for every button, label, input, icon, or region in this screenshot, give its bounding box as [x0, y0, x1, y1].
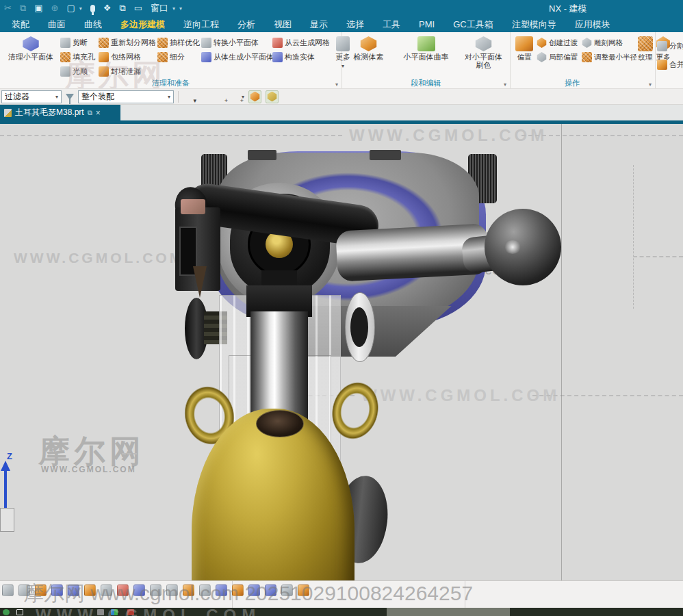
window-menu-dropdown-icon[interactable]: ▾ — [172, 5, 175, 12]
cmd-icon-16[interactable] — [248, 585, 260, 596]
cmd-icon-4[interactable] — [51, 585, 63, 596]
cmd-icon-14[interactable] — [216, 585, 227, 596]
axis-z-line[interactable] — [4, 470, 7, 508]
model-sight-pin[interactable] — [181, 199, 205, 214]
snip-button[interactable]: 剪断 — [60, 36, 99, 49]
minimize-ribbon-icon[interactable]: ▾ — [179, 5, 182, 12]
tab-pmi[interactable]: PMI — [418, 18, 435, 31]
add-icon[interactable]: ⊕ — [51, 0, 59, 16]
clear-filter-funnel-icon[interactable] — [66, 94, 74, 100]
subdivide-button[interactable]: 细分 — [157, 51, 201, 64]
cascade-windows-icon[interactable]: ⧉ — [119, 0, 125, 16]
graphics-viewport[interactable]: WWW.CGMOL.COM WWW.CGMOL.COM 摩尔网 WWW.CGMO… — [0, 124, 683, 580]
cmd-icon-3[interactable] — [35, 585, 47, 596]
group-dialog-arrow-icon[interactable]: ▾ — [335, 81, 338, 88]
selection-scope-combo[interactable]: 整个装配▾ — [78, 90, 174, 103]
model-spike[interactable] — [193, 266, 207, 298]
cmd-icon-6[interactable] — [84, 585, 96, 596]
screenshot-dropdown-icon[interactable]: ▾ — [79, 5, 82, 12]
cmd-icon-1[interactable] — [2, 585, 14, 596]
facet-body-from-body-button[interactable]: 从体生成小平面体 — [201, 51, 272, 64]
cmd-icon-15[interactable] — [232, 585, 244, 596]
model-butt-hole[interactable] — [256, 410, 304, 437]
cmd-icon-12[interactable] — [183, 585, 194, 596]
copy-icon[interactable]: ⧉ — [20, 0, 26, 16]
window-menu[interactable]: 窗口 — [151, 0, 168, 16]
new-window-icon[interactable]: ▭ — [134, 0, 142, 16]
merge-facet-body-button[interactable]: 合并小 — [657, 58, 683, 71]
decimate-button[interactable]: 抽样优化 — [157, 36, 201, 49]
model-right-hub[interactable] — [350, 307, 368, 347]
fill-hole-button[interactable]: 填充孔 — [60, 51, 99, 64]
snapshot-icon[interactable]: ▾ — [183, 92, 194, 102]
group-dialog-arrow-icon[interactable]: ▾ — [504, 81, 506, 88]
taskbar-active-task[interactable] — [387, 608, 510, 616]
cmd-icon-5[interactable] — [68, 585, 79, 596]
tab-tools[interactable]: 工具 — [382, 17, 401, 32]
sculpt-mesh-button[interactable]: 雕刻网格 — [582, 36, 636, 49]
texture-icon — [638, 36, 653, 51]
tab-analysis[interactable]: 分析 — [237, 17, 256, 32]
construct-solid-button[interactable]: 构造实体 — [272, 51, 333, 64]
tab-selection[interactable]: 选择 — [346, 17, 365, 32]
tab-surface[interactable]: 曲面 — [47, 17, 66, 32]
cmd-icon-11[interactable] — [166, 585, 178, 596]
convert-facet-body-button[interactable]: 转换小平面体 — [201, 36, 272, 49]
offset-button[interactable]: 偏置 — [512, 34, 537, 78]
model-bolt-knob[interactable] — [485, 209, 561, 285]
wireframe-cube-icon[interactable] — [266, 90, 279, 103]
texture-button[interactable]: 纹理 — [636, 34, 654, 78]
tab-polygon-modeling[interactable]: 多边形建模 — [120, 17, 166, 32]
command-finder-icon[interactable]: ❖ — [103, 0, 112, 16]
cleanup-facet-body-button[interactable]: 清理小平面体 — [1, 34, 60, 78]
tab-reverse-engineering[interactable]: 逆向工程 — [183, 17, 220, 32]
close-icon[interactable]: × — [96, 110, 101, 116]
screenshot-window-icon[interactable]: ▢ — [66, 0, 75, 16]
cmd-icon-18[interactable] — [281, 585, 293, 596]
taskbar-app-icon-green[interactable] — [3, 609, 10, 615]
tab-curve[interactable]: 曲线 — [83, 17, 103, 32]
tab-mold-wizard[interactable]: 注塑模向导 — [511, 17, 557, 32]
cmd-icon-7[interactable] — [101, 585, 112, 596]
remesh-button[interactable]: 重新划分网格 — [99, 36, 157, 49]
tab-render[interactable]: 显示 — [309, 17, 328, 32]
cmd-icon-17[interactable] — [265, 585, 276, 596]
split-facet-body-button[interactable]: 分割小 — [657, 40, 683, 53]
model-clamp-right[interactable] — [370, 150, 401, 160]
cut-icon[interactable]: ✂ — [4, 0, 12, 16]
create-transition-button[interactable]: 创建过渡 — [537, 36, 582, 49]
tab-gc-toolbox[interactable]: GC工具箱 — [452, 17, 494, 32]
selection-filter-combo[interactable]: 过滤器▾ — [1, 90, 62, 103]
cmd-icon-10[interactable] — [150, 585, 162, 596]
taskbar-window-icon[interactable] — [16, 609, 23, 615]
mesh-from-cloud-button[interactable]: 从云生成网格 — [272, 36, 333, 49]
select-region-icon[interactable]: + — [230, 92, 242, 102]
adjust-min-radius-button[interactable]: 调整最小半径 — [582, 51, 636, 64]
group-dialog-arrow-icon[interactable]: ▾ — [649, 81, 652, 88]
axis-z-arrow-icon[interactable] — [1, 461, 10, 471]
deselect-icon[interactable] — [198, 92, 210, 102]
separator — [465, 581, 465, 608]
tab-assembly[interactable]: 装配 — [11, 17, 30, 32]
cmd-icon-19[interactable] — [298, 585, 309, 596]
cmd-icon-13[interactable] — [199, 585, 211, 596]
smooth-button[interactable]: 光顺 — [60, 65, 99, 78]
restore-window-icon[interactable]: ⧉ — [88, 110, 92, 116]
wrap-mesh-button[interactable]: 包络网格 — [99, 51, 157, 64]
seal-leaks-button[interactable]: 封堵泄漏 — [99, 65, 157, 78]
microphone-icon[interactable] — [90, 5, 95, 12]
document-tab[interactable]: 土耳其毛瑟M38.prt ⧉ × — [0, 105, 120, 120]
paste-icon[interactable]: ▣ — [34, 0, 42, 16]
tab-view[interactable]: 视图 — [273, 17, 292, 32]
tab-application[interactable]: 应用模块 — [574, 17, 611, 32]
model-clamp-left[interactable] — [248, 150, 276, 160]
cmd-icon-8[interactable] — [117, 585, 129, 596]
shaded-cube-icon[interactable] — [248, 90, 261, 103]
select-solid-icon[interactable]: + — [214, 92, 226, 102]
paint-facet-body-button[interactable]: 对小平面体刷色 — [463, 34, 505, 78]
cmd-icon-9[interactable] — [133, 585, 145, 596]
cmd-icon-2[interactable] — [18, 585, 30, 596]
detect-primitives-button[interactable]: 检测体素 — [348, 34, 390, 78]
local-offset-button[interactable]: 局部偏置 — [537, 51, 582, 64]
facet-curvature-button[interactable]: 小平面体曲率 — [398, 34, 455, 78]
